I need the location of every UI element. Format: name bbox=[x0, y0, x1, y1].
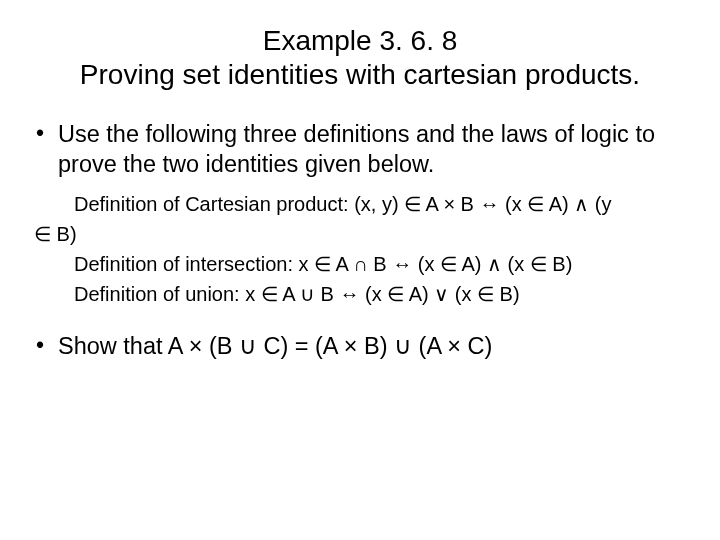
slide: Example 3. 6. 8 Proving set identities w… bbox=[0, 0, 720, 540]
definition-cartesian-part-b: ∈ B) bbox=[34, 219, 690, 249]
definition-cartesian-part-a: Definition of Cartesian product: (x, y) … bbox=[34, 189, 690, 219]
slide-body: Use the following three definitions and … bbox=[30, 119, 690, 179]
bullet-text: Use the following three definitions and … bbox=[58, 121, 655, 177]
definitions-block: Definition of Cartesian product: (x, y) … bbox=[30, 189, 690, 309]
title-line-1: Example 3. 6. 8 bbox=[70, 24, 650, 58]
definition-intersection: Definition of intersection: x ∈ A ∩ B ↔ … bbox=[34, 249, 690, 279]
title-line-2: Proving set identities with cartesian pr… bbox=[70, 58, 650, 92]
bullet-show-identity: Show that A × (B ∪ C) = (A × B) ∪ (A × C… bbox=[30, 331, 690, 361]
slide-title: Example 3. 6. 8 Proving set identities w… bbox=[70, 24, 650, 91]
definition-union: Definition of union: x ∈ A ∪ B ↔ (x ∈ A)… bbox=[34, 279, 690, 309]
bullet-text: Show that A × (B ∪ C) = (A × B) ∪ (A × C… bbox=[58, 333, 492, 359]
slide-body-2: Show that A × (B ∪ C) = (A × B) ∪ (A × C… bbox=[30, 331, 690, 361]
bullet-definitions-intro: Use the following three definitions and … bbox=[30, 119, 690, 179]
